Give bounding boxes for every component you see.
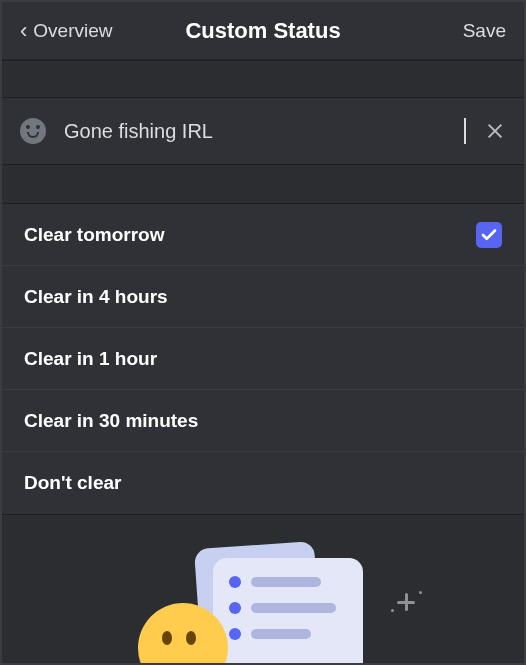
option-label: Clear in 4 hours [24, 286, 168, 308]
status-input-wrap[interactable]: Gone fishing IRL [64, 118, 466, 144]
text-caret [464, 118, 466, 144]
save-button[interactable]: Save [463, 20, 506, 42]
status-input-row: Gone fishing IRL [2, 98, 524, 164]
header-bar: ‹ Overview Custom Status Save [2, 2, 524, 60]
back-label: Overview [33, 20, 112, 42]
clear-option-dont-clear[interactable]: Don't clear [2, 452, 524, 514]
sparkle-icon [397, 593, 415, 611]
clear-option-1-hour[interactable]: Clear in 1 hour [2, 328, 524, 390]
clear-option-4-hours[interactable]: Clear in 4 hours [2, 266, 524, 328]
option-label: Clear in 1 hour [24, 348, 157, 370]
clear-option-30-minutes[interactable]: Clear in 30 minutes [2, 390, 524, 452]
emoji-picker-icon[interactable] [20, 118, 46, 144]
chevron-left-icon: ‹ [20, 20, 27, 42]
page-title: Custom Status [185, 18, 340, 44]
section-gap [2, 60, 524, 98]
clear-options-list: Clear tomorrow Clear in 4 hours Clear in… [2, 204, 524, 514]
option-label: Don't clear [24, 472, 121, 494]
back-button[interactable]: ‹ Overview [20, 20, 113, 42]
option-label: Clear in 30 minutes [24, 410, 198, 432]
checkmark-icon [476, 222, 502, 248]
clear-input-icon[interactable] [484, 120, 506, 142]
option-label: Clear tomorrow [24, 224, 164, 246]
illustration-area [2, 514, 524, 663]
section-gap [2, 164, 524, 204]
status-illustration [83, 533, 443, 663]
clear-option-tomorrow[interactable]: Clear tomorrow [2, 204, 524, 266]
status-input[interactable]: Gone fishing IRL [64, 120, 466, 143]
